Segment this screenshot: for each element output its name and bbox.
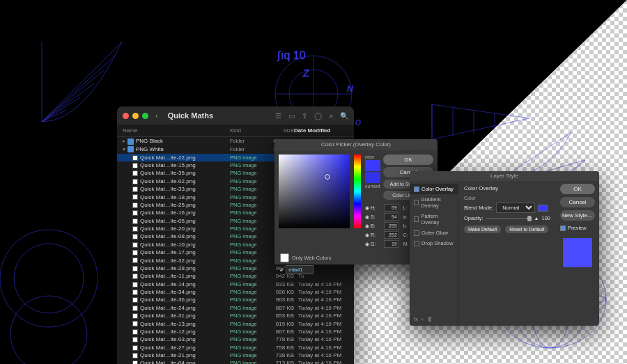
preview-swatch bbox=[563, 238, 592, 267]
file-row[interactable]: Quick Mat…ite-31.pngPNG image853 KBToday… bbox=[117, 312, 354, 319]
section-heading: Color Overlay bbox=[464, 185, 550, 191]
layer-style-dialog: Layer Style Color OverlayGradient Overla… bbox=[410, 171, 599, 326]
field-G[interactable] bbox=[384, 240, 399, 248]
svg-point-24 bbox=[0, 230, 98, 327]
opacity-label: Opacity: bbox=[464, 215, 483, 221]
swatch-new-label: new bbox=[365, 155, 380, 159]
file-row[interactable]: Quick Mat…ite-27.pngPNG image758 KBToday… bbox=[117, 344, 354, 351]
color-picker-title: Color Picker (Overlay Color) bbox=[274, 139, 438, 150]
effects-list: Color OverlayGradient OverlayPattern Ove… bbox=[410, 171, 458, 326]
blend-mode-select[interactable]: Normal bbox=[496, 203, 535, 213]
group-icon[interactable]: ▭ bbox=[288, 112, 295, 120]
hex-input[interactable] bbox=[286, 265, 314, 274]
ok-button[interactable]: OK bbox=[383, 155, 433, 165]
make-default-button[interactable]: Make Default bbox=[464, 225, 501, 233]
effect-checkbox[interactable] bbox=[414, 216, 419, 222]
col-size[interactable]: Size bbox=[262, 127, 294, 134]
field-R[interactable] bbox=[384, 231, 399, 239]
ls-cancel-button[interactable]: Cancel bbox=[560, 197, 595, 207]
svg-line-2 bbox=[42, 70, 104, 122]
effect-checkbox[interactable] bbox=[414, 187, 419, 192]
col-kind[interactable]: Kind bbox=[230, 127, 262, 134]
ls-ok-button[interactable]: OK bbox=[560, 184, 595, 194]
svg-line-4 bbox=[42, 97, 80, 122]
list-view-icon[interactable]: ☰ bbox=[275, 112, 281, 120]
field-B[interactable] bbox=[384, 222, 399, 230]
svg-point-25 bbox=[14, 244, 84, 313]
effect-item[interactable]: Drop Shadow bbox=[410, 238, 458, 248]
search-icon[interactable]: 🔍 bbox=[340, 112, 348, 120]
web-colors-checkbox[interactable] bbox=[280, 253, 289, 262]
new-style-button[interactable]: New Style… bbox=[560, 210, 595, 221]
file-row[interactable]: Quick Mat…ite-24.pngPNG image887 KBToday… bbox=[117, 304, 354, 312]
file-row[interactable]: Quick Mat…ite-21.pngPNG image738 KBToday… bbox=[117, 351, 354, 359]
file-row[interactable]: Quick Mat…ite-04.pngPNG image713 KBToday… bbox=[117, 359, 354, 364]
close-icon[interactable] bbox=[123, 113, 129, 119]
blend-label: Blend Mode: bbox=[464, 205, 493, 211]
back-icon[interactable]: ‹ bbox=[155, 111, 158, 120]
tag-icon[interactable]: ◯ bbox=[314, 112, 322, 120]
opacity-slider[interactable] bbox=[486, 218, 532, 219]
finder-column-headers[interactable]: Name Kind Size Date Modified bbox=[117, 125, 354, 137]
swatch-current[interactable] bbox=[365, 172, 380, 183]
svg-text:ʃıq 10: ʃıq 10 bbox=[277, 49, 306, 61]
effect-item[interactable]: Gradient Overlay bbox=[410, 194, 458, 211]
col-name[interactable]: Name bbox=[123, 127, 230, 134]
svg-line-5 bbox=[42, 110, 66, 122]
preview-checkbox[interactable] bbox=[560, 225, 566, 231]
share-icon[interactable]: ⇪ bbox=[302, 112, 307, 120]
file-row[interactable]: Quick Mat…ite-03.pngPNG image778 KBToday… bbox=[117, 335, 354, 343]
zoom-icon[interactable] bbox=[142, 113, 148, 119]
opacity-value: 100 bbox=[541, 215, 550, 221]
hex-label: # bbox=[280, 267, 283, 273]
file-row[interactable]: Quick Mat…ite-36.pngPNG image903 KBToday… bbox=[117, 296, 354, 303]
reset-default-button[interactable]: Reset to Default bbox=[505, 225, 548, 233]
file-row[interactable]: Quick Mat…ite-12.pngPNG image807 KBToday… bbox=[117, 328, 354, 335]
fx-icon[interactable]: fx ＋ 🗑 bbox=[414, 315, 433, 323]
effect-item[interactable]: Pattern Overlay bbox=[410, 211, 458, 228]
overlay-color-swatch[interactable] bbox=[538, 205, 548, 212]
effect-checkbox[interactable] bbox=[414, 241, 419, 246]
effect-item[interactable]: Outer Glow bbox=[410, 228, 458, 238]
color-label: Color bbox=[464, 196, 550, 200]
col-date[interactable]: Date Modified bbox=[294, 127, 348, 134]
minimize-icon[interactable] bbox=[132, 113, 139, 119]
svg-line-0 bbox=[42, 42, 122, 122]
window-controls bbox=[123, 113, 148, 119]
effect-checkbox[interactable] bbox=[414, 200, 419, 205]
effect-item[interactable]: Color Overlay bbox=[410, 184, 458, 194]
color-field-handle[interactable] bbox=[325, 174, 330, 180]
effect-checkbox[interactable] bbox=[414, 230, 419, 236]
field-H[interactable] bbox=[384, 204, 399, 212]
file-row[interactable]: Quick Mat…ite-34.pngPNG image926 KBToday… bbox=[117, 288, 354, 296]
svg-line-3 bbox=[42, 84, 94, 122]
layer-style-title: Layer Style bbox=[410, 171, 599, 181]
finder-title: Quick Maths bbox=[168, 111, 272, 120]
swatch-current-label: current bbox=[365, 184, 380, 189]
finder-titlebar[interactable]: ‹ Quick Maths ☰ ▭ ⇪ ◯ » 🔍 bbox=[117, 106, 354, 125]
swatch-new[interactable] bbox=[365, 160, 380, 171]
color-field[interactable] bbox=[279, 155, 350, 228]
svg-text:Z: Z bbox=[302, 68, 309, 79]
web-colors-label: Only Web Colors bbox=[292, 255, 332, 261]
file-row[interactable]: Quick Mat…ite-13.pngPNG image815 KBToday… bbox=[117, 319, 354, 327]
preview-label: Preview bbox=[568, 225, 587, 231]
svg-line-1 bbox=[42, 56, 115, 122]
svg-text:N: N bbox=[347, 84, 353, 94]
hue-slider[interactable] bbox=[354, 155, 361, 228]
svg-text:O: O bbox=[355, 119, 361, 127]
field-S[interactable] bbox=[384, 213, 399, 221]
svg-point-26 bbox=[10, 296, 87, 364]
file-row[interactable]: Quick Mat…ite-14.pngPNG image933 KBToday… bbox=[117, 280, 354, 288]
more-icon[interactable]: » bbox=[329, 112, 333, 120]
